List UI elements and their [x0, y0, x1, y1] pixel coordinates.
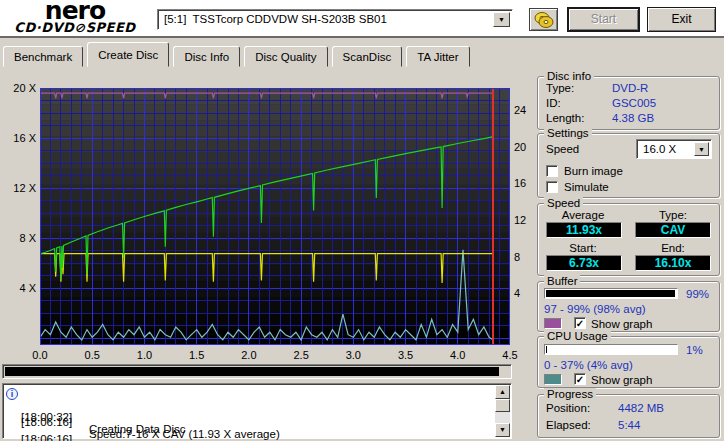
progress-group: Progress Position: 4482 MB Elapsed: 5:44 — [537, 394, 720, 438]
log-timestamp: [18:06:16] — [21, 433, 72, 441]
y-axis-tick-left: 12 X — [2, 182, 36, 194]
log-panel: i [18:00:32] Creating Data Disc [18:06:1… — [2, 383, 512, 439]
disc-options-button[interactable] — [529, 8, 558, 31]
logo-nero-text: nero — [6, 1, 144, 21]
scrollbar-thumb[interactable] — [495, 399, 510, 412]
simulate-label: Simulate — [564, 181, 609, 193]
tab-benchmark[interactable]: Benchmark — [3, 46, 83, 67]
discs-icon — [534, 11, 554, 29]
group-title: CPU Usage — [544, 330, 611, 342]
group-title: Speed — [544, 197, 583, 209]
y-axis-tick-right: 8 — [514, 251, 536, 263]
speed-type-label: Type: — [628, 209, 718, 221]
y-axis-tick-right: 12 — [514, 214, 536, 226]
y-axis-tick-left: 20 X — [2, 82, 36, 94]
y-axis-tick-left: 8 X — [2, 232, 36, 244]
speed-end-display: 16.10x — [635, 255, 711, 271]
test-progress-bar — [2, 364, 512, 379]
disc-id-label: ID: — [546, 97, 561, 109]
speed-group: Speed Average Type: 11.93x CAV Start: En… — [537, 203, 720, 276]
buffer-show-graph-checkbox[interactable]: ✓ — [574, 317, 586, 329]
settings-group: Settings Speed 16.0 X ▼ Burn image Simul… — [537, 133, 720, 198]
cpu-usage-fill — [546, 346, 547, 353]
start-button[interactable]: Start — [567, 7, 640, 32]
buffer-color-swatch — [544, 318, 562, 329]
exit-button[interactable]: Exit — [647, 7, 716, 32]
group-title: Progress — [544, 388, 596, 400]
drive-select-value: [5:1] TSSTcorp CDDVDW SH-S203B SB01 — [164, 13, 387, 25]
buffer-show-graph-label: Show graph — [591, 318, 652, 330]
buffer-level-bar — [544, 288, 678, 299]
nero-logo: nero CD·DVD⊘SPEED — [6, 1, 144, 34]
x-axis-tick: 4.5 — [497, 349, 523, 361]
elapsed-label: Elapsed: — [546, 419, 591, 431]
x-axis-tick: 2.0 — [236, 349, 262, 361]
nero-cd-dvd-speed-window: nero CD·DVD⊘SPEED [5:1] TSSTcorp CDDVDW … — [0, 0, 724, 441]
position-value: 4482 MB — [618, 402, 664, 414]
simulate-checkbox[interactable] — [546, 181, 558, 193]
speed-select[interactable]: 16.0 X ▼ — [636, 139, 712, 159]
speed-setting-label: Speed — [546, 143, 579, 155]
drive-select-dropdown-arrow-icon[interactable]: ▼ — [493, 12, 510, 27]
x-axis-tick: 0.0 — [27, 349, 53, 361]
log-row: [18:06:16] Speed:7-16 X CAV (11.93 X ave… — [3, 404, 22, 420]
tab-disc-quality[interactable]: Disc Quality — [244, 46, 327, 67]
scroll-down-icon[interactable]: ▼ — [495, 423, 510, 437]
write-speed-chart — [40, 88, 510, 345]
x-axis-tick: 1.0 — [131, 349, 157, 361]
y-axis-tick-right: 16 — [514, 177, 536, 189]
disc-type-label: Type: — [546, 82, 574, 94]
group-title: Buffer — [544, 275, 580, 287]
cpu-usage-group: CPU Usage 1% 0 - 37% (4% avg) ✓ Show gra… — [537, 336, 720, 388]
speed-start-display: 6.73x — [546, 255, 622, 271]
buffer-percent: 99% — [686, 288, 709, 300]
disc-info-group: Disc info Type: DVD-R ID: GSC005 Length:… — [537, 76, 720, 130]
info-icon: i — [6, 388, 18, 400]
speed-average-display: 11.93x — [546, 222, 622, 238]
speed-end-label: End: — [628, 242, 718, 254]
disc-length-label: Length: — [546, 112, 584, 124]
y-axis-tick-left: 4 X — [2, 282, 36, 294]
buffer-group: Buffer 99% 97 - 99% (98% avg) ✓ Show gra… — [537, 281, 720, 332]
buffer-range: 97 - 99% (98% avg) — [544, 303, 646, 315]
y-axis-tick-left: 16 X — [2, 132, 36, 144]
burn-image-label: Burn image — [564, 165, 623, 177]
drive-select[interactable]: [5:1] TSSTcorp CDDVDW SH-S203B SB01 ▼ — [157, 9, 513, 30]
cpu-percent: 1% — [686, 344, 703, 356]
speed-average-label: Average — [538, 209, 628, 221]
tab-ta-jitter[interactable]: TA Jitter — [406, 46, 469, 67]
burn-image-checkbox[interactable] — [546, 165, 558, 177]
y-axis-tick-right: 24 — [514, 104, 536, 116]
group-title: Settings — [544, 127, 592, 139]
scroll-up-icon[interactable]: ▲ — [495, 385, 510, 399]
buffer-level-fill — [546, 290, 675, 297]
x-axis-tick: 1.5 — [184, 349, 210, 361]
speed-select-dropdown-arrow-icon[interactable]: ▼ — [694, 142, 709, 156]
disc-type-value: DVD-R — [612, 82, 648, 94]
tab-disc-info[interactable]: Disc Info — [173, 46, 240, 67]
x-axis-tick: 2.5 — [288, 349, 314, 361]
log-message: Speed:7-16 X CAV (11.93 X average) — [89, 428, 280, 440]
logo-product-text: CD·DVD⊘SPEED — [6, 21, 144, 34]
position-label: Position: — [546, 402, 590, 414]
y-axis-tick-right: 4 — [514, 287, 536, 299]
x-axis-tick: 4.0 — [445, 349, 471, 361]
speed-type-display: CAV — [635, 222, 711, 238]
cpu-color-swatch — [544, 374, 562, 385]
elapsed-value: 5:44 — [618, 419, 640, 431]
y-axis-tick-right: 20 — [514, 141, 536, 153]
log-row: [18:06:16] Elapsed Time: 5:44 — [3, 421, 22, 437]
cpu-usage-bar — [544, 344, 678, 355]
x-axis-tick: 3.0 — [340, 349, 366, 361]
log-scrollbar[interactable]: ▲ ▼ — [495, 385, 510, 437]
x-axis-tick: 0.5 — [79, 349, 105, 361]
group-title: Disc info — [544, 70, 594, 82]
tab-create-disc[interactable]: Create Disc — [87, 42, 169, 67]
cpu-show-graph-label: Show graph — [591, 374, 652, 386]
cpu-show-graph-checkbox[interactable]: ✓ — [574, 373, 586, 385]
tab-scandisc[interactable]: ScanDisc — [332, 46, 403, 67]
top-bar: nero CD·DVD⊘SPEED [5:1] TSSTcorp CDDVDW … — [0, 0, 724, 38]
speed-select-value: 16.0 X — [643, 143, 676, 155]
tab-bar: Benchmark Create Disc Disc Info Disc Qua… — [3, 42, 471, 67]
x-axis-tick: 3.5 — [393, 349, 419, 361]
